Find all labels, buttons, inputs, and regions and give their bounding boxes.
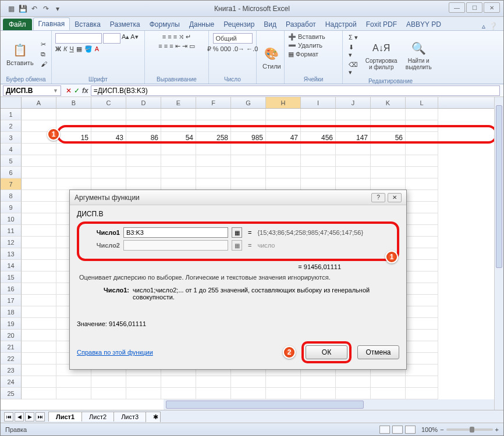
cell-D5[interactable] [126,155,161,167]
cell-D25[interactable] [126,388,161,399]
name-box[interactable]: ДИСП.В ▼ [3,85,61,96]
zoom-slider[interactable] [446,428,493,431]
tab-layout[interactable]: Разметка [105,19,145,30]
cell-B5[interactable] [56,155,91,167]
cell-I25[interactable] [301,388,336,399]
cell-J24[interactable] [336,376,371,388]
cell-G5[interactable] [231,155,266,167]
paste-button[interactable]: 📋 Вставить [4,41,36,67]
col-header-L[interactable]: L [406,97,438,108]
maximize-button[interactable]: ☐ [466,2,482,13]
col-header-I[interactable]: I [301,97,336,108]
cell-G3[interactable]: 985 [231,132,266,144]
cell-A4[interactable] [22,144,56,155]
cell-E6[interactable] [161,167,196,178]
dialog-close-icon[interactable]: ✕ [388,193,402,202]
cell-K5[interactable] [371,155,406,167]
cell-A16[interactable] [22,283,56,295]
cell-E4[interactable] [161,144,196,155]
tab-data[interactable]: Данные [184,19,219,30]
col-header-H[interactable]: H [266,97,301,108]
styles-button[interactable]: 🎨 Стили [260,44,283,71]
cell-H3[interactable]: 47 [266,132,301,144]
cell-L25[interactable] [406,388,438,399]
tab-file[interactable]: Файл [3,19,32,30]
view-normal-icon[interactable] [379,426,390,434]
row-header-16[interactable]: 16 [1,283,22,295]
border-icon[interactable]: ▦ [76,45,82,53]
cell-I4[interactable] [301,144,336,155]
col-header-B[interactable]: B [56,97,91,108]
cell-G25[interactable] [231,388,266,399]
align-middle-icon[interactable]: ≡ [168,33,171,41]
cell-J25[interactable] [336,388,371,399]
cell-L12[interactable] [406,237,438,248]
dialog-titlebar[interactable]: Аргументы функции ? ✕ [70,190,406,205]
row-header-18[interactable]: 18 [1,306,22,318]
row-header-25[interactable]: 25 [1,388,22,399]
indent-dec-icon[interactable]: ⇤ [175,42,180,50]
cell-J5[interactable] [336,155,371,167]
tab-review[interactable]: Рецензир [219,19,259,30]
cell-F24[interactable] [196,376,231,388]
row-header-19[interactable]: 19 [1,318,22,330]
currency-icon[interactable]: ₽ [207,45,211,53]
cell-G2[interactable] [231,120,266,132]
cell-A23[interactable] [22,364,56,376]
cell-A14[interactable] [22,260,56,271]
align-right-icon[interactable]: ≡ [169,42,173,50]
vertical-scrollbar[interactable] [494,97,503,410]
cell-G24[interactable] [231,376,266,388]
cell-B2[interactable] [56,120,91,132]
cell-E2[interactable] [161,120,196,132]
cell-K6[interactable] [371,167,406,178]
cell-D7[interactable] [126,178,161,190]
align-center-icon[interactable]: ≡ [164,42,168,50]
hscroll-thumb[interactable] [166,401,364,409]
cell-H7[interactable] [266,178,301,190]
col-header-G[interactable]: G [231,97,266,108]
cell-A8[interactable] [22,190,56,202]
cell-L9[interactable] [406,202,438,213]
cell-B4[interactable] [56,144,91,155]
cell-J3[interactable]: 147 [336,132,371,144]
cell-A10[interactable] [22,213,56,225]
cell-H24[interactable] [266,376,301,388]
cell-K4[interactable] [371,144,406,155]
arg1-input[interactable]: B3:K3 [123,227,228,238]
cell-E25[interactable] [161,388,196,399]
cell-H2[interactable] [266,120,301,132]
col-header-E[interactable]: E [161,97,196,108]
sort-filter-button[interactable]: A↓Я Сортировка и фильтр [363,39,400,72]
cell-A19[interactable] [22,318,56,330]
cell-K3[interactable]: 56 [371,132,406,144]
orientation-icon[interactable]: ⤭ [179,33,184,41]
tab-home[interactable]: Главная [33,17,70,30]
cell-J7[interactable] [336,178,371,190]
indent-inc-icon[interactable]: ⇥ [182,42,187,50]
cell-I2[interactable] [301,120,336,132]
format-painter-icon[interactable]: 🖌 [38,60,49,68]
row-header-7[interactable]: 7 [1,178,22,190]
number-format-combo[interactable]: Общий [213,33,253,44]
minimize-button[interactable]: — [449,2,465,13]
cell-L14[interactable] [406,260,438,271]
cell-D2[interactable] [126,120,161,132]
cell-D4[interactable] [126,144,161,155]
help-link[interactable]: Справка по этой функции [77,349,153,356]
inc-decimal-icon[interactable]: .0→ [233,45,244,53]
row-header-10[interactable]: 10 [1,213,22,225]
cell-E5[interactable] [161,155,196,167]
cell-A21[interactable] [22,341,56,353]
cell-H6[interactable] [266,167,301,178]
cell-C25[interactable] [91,388,126,399]
cell-E3[interactable]: 54 [161,132,196,144]
cell-A25[interactable] [22,388,56,399]
cell-D3[interactable]: 86 [126,132,161,144]
cell-A9[interactable] [22,202,56,213]
font-name-combo[interactable] [55,33,102,44]
sheet-tab-new[interactable]: ✱ [145,412,161,422]
row-header-20[interactable]: 20 [1,330,22,341]
zoom-label[interactable]: 100% [421,426,438,433]
cell-C24[interactable] [91,376,126,388]
